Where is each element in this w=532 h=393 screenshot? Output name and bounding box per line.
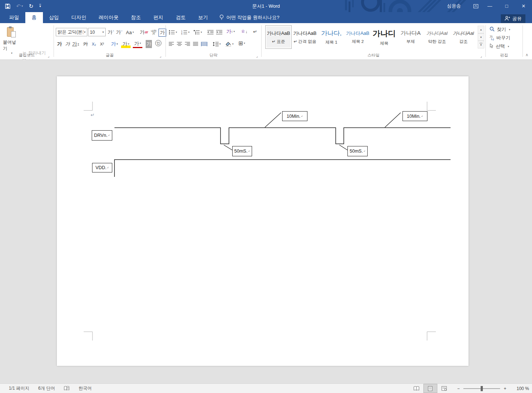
tab-insert[interactable]: 삽입 [43,12,65,23]
close-button[interactable]: ✕ [515,0,532,12]
align-right-button[interactable] [185,40,190,48]
style-subtitle[interactable]: 가나다A 부제 [398,26,423,48]
enclose-characters-button[interactable]: 인 [155,40,161,46]
style-heading2[interactable]: 가나다AaB 제목 2 [345,26,371,48]
styles-scroll-up-icon[interactable]: ▲ [478,26,484,33]
undo-icon[interactable]: ↶▾ [16,3,23,9]
drv-label-box[interactable]: DRVn.↲ [92,130,112,141]
share-button[interactable]: 공유 [501,14,525,23]
customize-qat-icon[interactable]: ▾ [39,4,41,8]
ten-min-callout-box-2[interactable]: 10Min.↲ [402,111,427,121]
shading-button[interactable]: ▾ [225,40,234,48]
borders-button[interactable]: ⊞▾ [238,39,245,47]
subscript-button[interactable]: X₂ [90,40,98,48]
font-dialog-launcher-icon[interactable]: ⌟ [160,54,161,58]
style-subtle-emphasis[interactable]: 가나다Aal 약한 강조 [424,26,450,48]
tab-layout[interactable]: 레이아웃 [92,12,125,23]
styles-more-icon[interactable]: ▼ [478,41,484,48]
clear-formatting-button[interactable]: 가 [139,28,148,36]
page-indicator[interactable]: 1/1 페이지 [0,384,34,393]
italic-button[interactable]: 가 [64,40,71,48]
minimize-button[interactable]: — [481,0,498,12]
font-size-select[interactable]: 10 ▾ [88,28,106,36]
find-button[interactable]: 찾기 ▾ [489,26,510,33]
ribbon-home: 붙여넣기 ▾ ✂ 잘라내기 복사 서식 복사 클립보드 ⌟ [0,23,532,60]
zoom-level[interactable]: 100 % [510,386,529,391]
align-center-button[interactable] [177,40,182,48]
tab-review[interactable]: 검토 [170,12,192,23]
fifty-ms-callout-box-1[interactable]: 50mS.↲ [232,146,252,156]
numbered-list-button[interactable]: 123 ▾ [181,28,190,36]
language-indicator[interactable]: 한국어 [74,384,96,393]
align-left-button[interactable] [169,40,174,48]
strikethrough-button[interactable]: 가 [82,40,89,48]
vdd-label-box[interactable]: VDD.↲ [92,163,112,172]
show-paragraph-marks-button[interactable]: ↵ [253,28,257,36]
justify-button[interactable] [193,40,198,48]
styles-scroll-down-icon[interactable]: ▼ [478,33,484,41]
change-case-button[interactable]: Aa▾ [124,28,135,36]
sort-button[interactable]: ㅎ↓ [241,28,248,36]
bullet-list-button[interactable]: ▾ [169,28,177,36]
tell-me-box[interactable]: 어떤 작업을 원하시나요? [214,12,284,23]
zoom-slider-thumb[interactable] [481,386,483,391]
web-layout-button[interactable] [437,384,451,393]
style-normal[interactable]: 가나다AaB ↵ 표준 [266,26,291,48]
document-page[interactable]: ↵ DRVn.↲ VDD.↲ 10Min.↲ 10Min.↲ 50mS.↲ 50… [57,76,469,366]
font-name-select[interactable]: 맑은 고딕(본문 ▾ [56,28,87,36]
styles-group: 가나다AaB ↵ 표준 가나다AaB ↵ 간격 없음 가나다, 제목 1 가나다… [262,23,485,59]
zoom-out-button[interactable]: − [457,386,460,391]
user-name[interactable]: 심윤송 [447,3,461,9]
fifty-ms-callout-box-2[interactable]: 50mS.↲ [347,146,368,156]
styles-dialog-launcher-icon[interactable]: ⌟ [480,54,482,58]
ten-min-callout-box-1[interactable]: 10Min.↲ [282,111,307,121]
underline-button[interactable]: 가▾ [72,40,79,48]
tab-design[interactable]: 디자인 [65,12,93,23]
ribbon-display-options-icon[interactable] [470,0,481,12]
multilevel-list-button[interactable]: ▾ [194,28,202,36]
text-effects-button[interactable]: 가▾ [110,40,119,48]
tab-view[interactable]: 보기 [192,12,214,23]
bold-button[interactable]: 가 [56,40,63,48]
tab-home[interactable]: 홈 [25,12,43,23]
character-border-button[interactable]: 가 [158,29,166,37]
style-heading1[interactable]: 가나다, 제목 1 [318,26,344,48]
editing-group: 찾기 ▾ 가나 바꾸기 선택 ▾ 편집 [486,23,522,59]
style-title[interactable]: 가나디 제목 [371,26,397,48]
highlight-color-button[interactable]: 가▾ [121,40,131,48]
line-spacing-button[interactable]: ▾ [213,40,221,48]
decrease-indent-button[interactable] [207,28,214,36]
asian-layout-button[interactable]: 가↕▾ [226,28,235,36]
tab-mailings[interactable]: 편지 [147,12,170,23]
word-count[interactable]: 6개 단어 [34,384,59,393]
zoom-in-button[interactable]: + [504,386,506,391]
read-mode-button[interactable] [409,384,423,393]
superscript-button[interactable]: X² [98,40,106,48]
tab-references[interactable]: 참조 [125,12,147,23]
proofing-status-icon[interactable] [59,384,74,393]
save-icon[interactable] [5,4,10,9]
style-no-spacing[interactable]: 가나다AaB ↵ 간격 없음 [292,26,318,48]
redo-icon[interactable]: ↻ [29,3,34,9]
font-group: 맑은 고딕(본문 ▾ 10 ▾ 가 가 Aa▾ 가 내천川 가 가 가 가▾ 가 [54,23,165,59]
select-button[interactable]: 선택 ▾ [489,43,509,50]
paste-button[interactable]: 붙여넣기 ▾ [3,26,20,57]
style-emphasis[interactable]: 가나다Aal 강조 [451,26,476,48]
svg-text:3: 3 [181,33,182,35]
grow-font-button[interactable]: 가 [107,28,115,36]
paragraph-dialog-launcher-icon[interactable]: ⌟ [256,54,258,58]
shrink-font-button[interactable]: 가 [115,28,123,36]
print-layout-button[interactable] [423,384,437,393]
clipboard-group: 붙여넣기 ▾ ✂ 잘라내기 복사 서식 복사 클립보드 ⌟ [0,23,54,59]
character-shading-button[interactable]: 가 [146,40,152,48]
increase-indent-button[interactable] [216,28,223,36]
font-color-button[interactable]: 가▾ [133,40,142,48]
distribute-button[interactable] [201,40,207,48]
collapse-ribbon-icon[interactable]: ∧ [525,52,528,57]
replace-button[interactable]: 가나 바꾸기 [489,35,510,41]
zoom-slider[interactable] [463,388,500,389]
tab-file[interactable]: 파일 [3,12,25,23]
hangul-hanja-button[interactable]: 내천川 [150,28,158,36]
maximize-button[interactable]: □ [498,0,515,12]
clipboard-dialog-launcher-icon[interactable]: ⌟ [48,54,50,58]
